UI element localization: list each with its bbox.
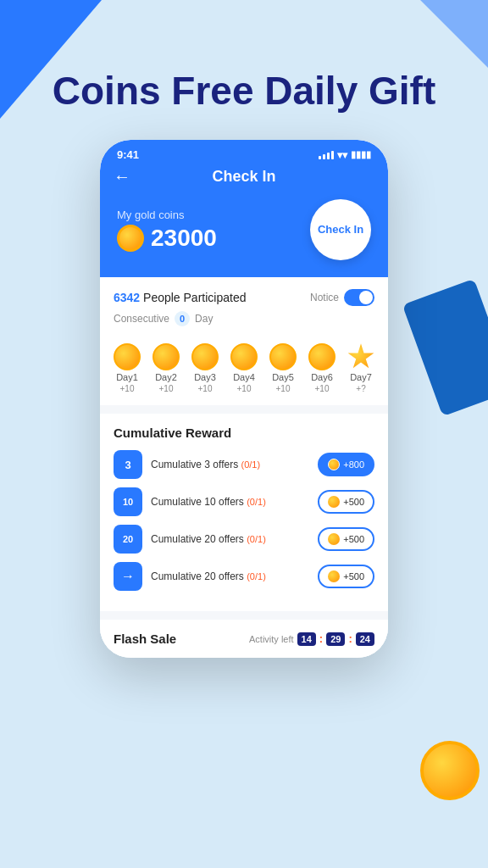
nav-bar: ← Check In xyxy=(100,161,388,192)
day-item-4: Day4 +10 xyxy=(230,343,258,393)
reward-offers-2: Cumulative 10 offers xyxy=(151,496,244,508)
phone-header: 9:41 ▾▾ ▮▮▮▮ ← Check In xyxy=(100,140,388,277)
coin-label: My gold coins xyxy=(117,209,217,221)
participation-info: 6342 People Participated xyxy=(114,290,246,305)
participation-text: 6342 People Participated xyxy=(114,291,246,304)
day5-reward: +10 xyxy=(276,384,291,393)
reward-amount-4: +500 xyxy=(343,571,364,581)
day-item-5: Day5 +10 xyxy=(269,343,297,393)
cumulative-section: Cumulative Reward 3 Cumulative 3 offers … xyxy=(100,414,388,611)
time-sep-1: : xyxy=(319,632,323,645)
reward-item-4: → Cumulative 20 offers (0/1) +500 xyxy=(114,562,374,591)
day-item-1: Day1 +10 xyxy=(114,343,141,393)
day-item-2: Day2 +10 xyxy=(152,343,180,393)
time-sep-2: : xyxy=(348,632,352,645)
reward-offers-1: Cumulative 3 offers xyxy=(151,459,238,470)
activity-left-label: Activity left xyxy=(249,634,294,644)
gold-coin-icon xyxy=(117,225,144,252)
reward-desc-1: Cumulative 3 offers (0/1) xyxy=(151,459,309,470)
day7-star-icon xyxy=(347,343,374,370)
day2-reward: +10 xyxy=(159,384,174,393)
reward-item-3: 20 Cumulative 20 offers (0/1) +500 xyxy=(114,525,374,554)
notice-toggle[interactable] xyxy=(344,289,374,306)
reward-desc-2: Cumulative 10 offers (0/1) xyxy=(151,496,309,508)
time-hours: 14 xyxy=(297,632,316,646)
day5-coin-icon xyxy=(269,343,297,370)
time-seconds: 24 xyxy=(356,632,374,646)
day3-label: Day3 xyxy=(194,372,216,382)
reward-desc-4: Cumulative 20 offers (0/1) xyxy=(151,570,309,582)
day-label: Day xyxy=(195,313,213,325)
reward-amount-2: +500 xyxy=(343,497,364,507)
status-time: 9:41 xyxy=(117,148,139,161)
reward-progress-1: (0/1) xyxy=(241,459,261,470)
day4-label: Day4 xyxy=(233,372,255,382)
bg-decoration-coin xyxy=(420,741,480,800)
day4-reward: +10 xyxy=(237,384,252,393)
reward-coin-icon-3 xyxy=(328,533,340,545)
coin-value: 23000 xyxy=(151,225,217,252)
day3-reward: +10 xyxy=(198,384,213,393)
coin-amount-row: 23000 xyxy=(117,225,217,252)
day6-label: Day6 xyxy=(311,372,333,382)
reward-offers-4: Cumulative 20 offers xyxy=(151,570,244,582)
reward-btn-3[interactable]: +500 xyxy=(318,527,374,551)
phone-screen: 9:41 ▾▾ ▮▮▮▮ ← Check In xyxy=(100,140,388,658)
day6-reward: +10 xyxy=(315,384,330,393)
day1-label: Day1 xyxy=(116,372,138,382)
reward-amount-1: +800 xyxy=(343,459,364,470)
reward-desc-3: Cumulative 20 offers (0/1) xyxy=(151,533,309,545)
reward-btn-1[interactable]: +800 xyxy=(318,453,374,476)
reward-btn-4[interactable]: +500 xyxy=(318,565,374,588)
days-row: Day1 +10 Day2 +10 Day3 +10 Day4 +10 xyxy=(100,335,388,405)
consecutive-days: 0 xyxy=(175,311,190,326)
reward-progress-4: (0/1) xyxy=(247,571,266,581)
participation-label: People Participated xyxy=(143,291,246,304)
day2-coin-icon xyxy=(152,343,180,370)
reward-coin-icon-2 xyxy=(328,496,340,508)
day-item-3: Day3 +10 xyxy=(191,343,219,393)
consecutive-row: Consecutive 0 Day xyxy=(114,311,374,326)
reward-btn-2[interactable]: +500 xyxy=(318,490,374,514)
day7-label: Day7 xyxy=(350,372,372,382)
day6-coin-icon xyxy=(308,343,336,370)
cumulative-title: Cumulative Reward xyxy=(114,426,374,440)
coin-info: My gold coins 23000 xyxy=(117,209,217,252)
hero-title: Coins Free Daily Gift xyxy=(0,68,488,114)
reward-badge-arrow: → xyxy=(114,562,142,591)
coin-section: My gold coins 23000 Check In xyxy=(100,192,388,260)
day2-label: Day2 xyxy=(155,372,177,382)
reward-badge-10: 10 xyxy=(114,487,142,516)
day1-reward: +10 xyxy=(120,384,135,393)
reward-item-2: 10 Cumulative 10 offers (0/1) +500 xyxy=(114,487,374,516)
notice-row: Notice xyxy=(310,289,374,306)
reward-progress-3: (0/1) xyxy=(247,534,266,544)
reward-item-1: 3 Cumulative 3 offers (0/1) +800 xyxy=(114,450,374,479)
flash-sale-section: Flash Sale Activity left 14 : 29 : 24 xyxy=(100,620,388,658)
day4-coin-icon xyxy=(230,343,258,370)
wifi-icon: ▾▾ xyxy=(337,149,347,161)
participation-card: 6342 People Participated Notice Consecut… xyxy=(100,277,388,335)
activity-left-row: Activity left 14 : 29 : 24 xyxy=(249,632,374,646)
day3-coin-icon xyxy=(191,343,219,370)
check-in-button[interactable]: Check In xyxy=(310,199,371,260)
flash-sale-title: Flash Sale xyxy=(114,632,176,646)
reward-badge-3: 3 xyxy=(114,450,142,479)
participation-row: 6342 People Participated Notice xyxy=(114,289,374,306)
reward-offers-3: Cumulative 20 offers xyxy=(151,533,244,545)
participation-count: 6342 xyxy=(114,291,140,304)
day-item-7: Day7 +? xyxy=(347,343,374,393)
time-minutes: 29 xyxy=(326,632,345,646)
day5-label: Day5 xyxy=(272,372,294,382)
phone-mockup: 9:41 ▾▾ ▮▮▮▮ ← Check In xyxy=(0,140,488,658)
consecutive-label: Consecutive xyxy=(114,313,169,325)
reward-progress-2: (0/1) xyxy=(247,497,266,507)
nav-title: Check In xyxy=(212,168,275,186)
day1-coin-icon xyxy=(114,343,141,370)
reward-badge-20a: 20 xyxy=(114,525,142,554)
phone-body: 6342 People Participated Notice Consecut… xyxy=(100,277,388,658)
status-bar: 9:41 ▾▾ ▮▮▮▮ xyxy=(100,140,388,161)
back-button[interactable]: ← xyxy=(114,167,130,186)
reward-amount-3: +500 xyxy=(343,534,364,544)
notice-label: Notice xyxy=(310,292,339,303)
